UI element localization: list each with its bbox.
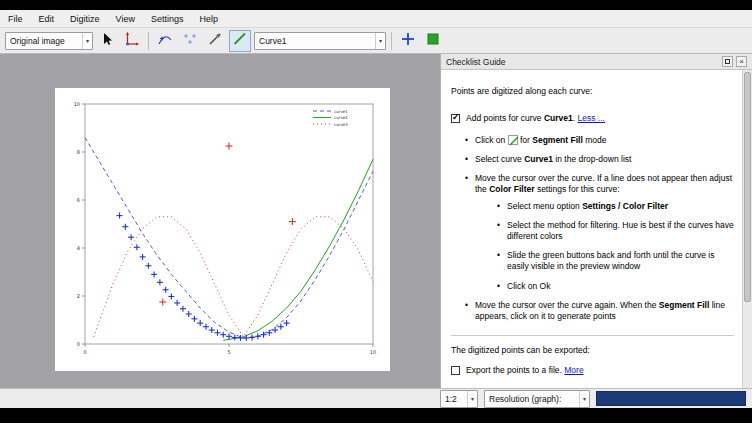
blue-cross-icon — [400, 31, 416, 50]
graph-image[interactable]: 05100246810curve1curve2curve3 — [55, 88, 390, 371]
less-link[interactable]: Less ... — [578, 113, 605, 123]
bullet-icon: • — [465, 135, 475, 146]
text-segment: mode — [583, 135, 607, 145]
float-icon — [725, 59, 730, 64]
green-square-icon — [425, 31, 441, 50]
image-selector-combo[interactable]: Original image ▾ — [5, 32, 93, 50]
checklist-item-add-points: ✓ Add points for curve Curve1. Less ... — [451, 113, 734, 124]
crosshair-tool-button[interactable] — [397, 30, 419, 52]
app-window: File Edit Digitize View Settings Help Or… — [0, 10, 752, 408]
bullet-text: Click on for Segment Fill mode — [475, 135, 734, 146]
main-area: 05100246810curve1curve2curve3 Checklist … — [0, 54, 752, 388]
chevron-down-icon: ▾ — [82, 33, 92, 49]
text-segment: Add points for curve — [466, 113, 544, 123]
bullet-generate-points: • Move the cursor over the curve again. … — [451, 300, 734, 322]
text-segment: for — [518, 135, 533, 145]
eyedropper-icon — [207, 31, 223, 50]
text-segment: Move the cursor over the curve again. Wh… — [475, 300, 659, 310]
document-canvas[interactable]: 05100246810curve1curve2curve3 — [0, 54, 440, 388]
check-icon: ✓ — [452, 112, 460, 124]
text-segment-bold: Curve1 — [524, 154, 553, 164]
segment-fill-mini-icon — [508, 135, 518, 145]
subbullet-slide-buttons: • Slide the green buttons back and forth… — [451, 250, 734, 272]
subbullet-settings-color-filter: • Select menu option Settings / Color Fi… — [451, 201, 734, 212]
select-tool-button[interactable] — [96, 30, 118, 52]
text-segment: Select menu option — [507, 201, 582, 211]
svg-text:8: 8 — [77, 149, 80, 155]
zoom-selector-combo[interactable]: 1:2 ▾ — [440, 390, 478, 408]
status-bar: 1:2 ▾ Resolution (graph): ▾ — [0, 388, 752, 408]
svg-text:curve3: curve3 — [334, 122, 348, 127]
section-divider — [451, 335, 734, 336]
float-panel-button[interactable] — [722, 56, 733, 67]
svg-text:0: 0 — [77, 341, 80, 347]
status-value-field[interactable] — [596, 391, 746, 406]
bullet-text: Select menu option Settings / Color Filt… — [507, 201, 734, 212]
export-text: Export the points to a file. More — [466, 365, 734, 376]
panel-body-wrap: Points are digitized along each curve: ✓… — [441, 70, 752, 388]
panel-title: Checklist Guide — [446, 57, 506, 67]
text-segment: Click on — [475, 135, 508, 145]
chevron-down-icon: ▾ — [467, 391, 477, 407]
toolbar-separator — [148, 32, 149, 50]
bullet-icon: • — [497, 201, 507, 212]
segment-fill-icon — [232, 31, 248, 50]
bullet-text: Move the cursor over the curve again. Wh… — [475, 300, 734, 322]
bullet-text: Select the method for filtering. Hue is … — [507, 220, 734, 242]
bullet-icon: • — [465, 154, 475, 165]
point-match-icon — [182, 31, 198, 50]
close-panel-button[interactable]: × — [736, 56, 747, 67]
curve-point-icon — [157, 31, 173, 50]
subbullet-click-ok: • Click on Ok — [451, 281, 734, 292]
bullet-icon: • — [465, 300, 475, 322]
point-match-tool-button[interactable] — [179, 30, 201, 52]
screen: File Edit Digitize View Settings Help Or… — [0, 0, 752, 423]
menu-help[interactable]: Help — [191, 10, 226, 27]
checklist-body: Points are digitized along each curve: ✓… — [441, 70, 742, 388]
resolution-selector-combo[interactable]: Resolution (graph): ▾ — [484, 390, 590, 408]
toolbar-separator — [391, 32, 392, 50]
svg-text:10: 10 — [370, 349, 376, 355]
scrollbar-thumb[interactable] — [744, 72, 751, 302]
export-checkbox[interactable] — [451, 366, 460, 375]
axis-point-tool-button[interactable] — [121, 30, 143, 52]
menu-edit[interactable]: Edit — [31, 10, 63, 27]
text-segment-bold: Segment Fill — [532, 135, 583, 145]
segment-fill-tool-button[interactable] — [229, 30, 251, 52]
text-segment-bold: Curve1 — [544, 113, 573, 123]
svg-text:2: 2 — [77, 293, 80, 299]
menu-settings[interactable]: Settings — [143, 10, 192, 27]
menu-digitize[interactable]: Digitize — [62, 10, 108, 27]
svg-text:curve2: curve2 — [334, 115, 348, 120]
zoom-value: 1:2 — [445, 394, 457, 404]
text-segment-bold: Segment Fill — [659, 300, 710, 310]
checklist-intro: Points are digitized along each curve: — [451, 86, 734, 97]
color-filter-display-button[interactable] — [422, 30, 444, 52]
menu-view[interactable]: View — [108, 10, 143, 27]
chevron-down-icon: ▾ — [375, 33, 385, 49]
bullet-text: Move the cursor over the curve. If a lin… — [475, 173, 734, 195]
image-selector-value: Original image — [10, 36, 65, 46]
curve-point-tool-button[interactable] — [154, 30, 176, 52]
subbullet-filter-method: • Select the method for filtering. Hue i… — [451, 220, 734, 242]
bullet-text: Select curve Curve1 in the drop-down lis… — [475, 154, 734, 165]
text-segment: Export the points to a file. — [466, 365, 564, 375]
color-picker-tool-button[interactable] — [204, 30, 226, 52]
graph-plot: 05100246810curve1curve2curve3 — [55, 88, 390, 371]
axes-icon — [124, 31, 140, 50]
bullet-move-cursor: • Move the cursor over the curve. If a l… — [451, 173, 734, 195]
text-segment-bold: Color Filter — [489, 184, 534, 194]
text-segment: settings for this curve: — [535, 184, 620, 194]
panel-title-bar[interactable]: Checklist Guide × — [441, 54, 752, 70]
menu-file[interactable]: File — [0, 10, 31, 27]
svg-text:10: 10 — [74, 101, 80, 107]
bullet-icon: • — [497, 220, 507, 242]
text-segment-bold: Settings / Color Filter — [582, 201, 668, 211]
panel-buttons: × — [722, 56, 747, 67]
more-link[interactable]: More — [564, 365, 583, 375]
svg-text:6: 6 — [77, 197, 80, 203]
chevron-down-icon: ▾ — [579, 391, 589, 407]
curve-selector-combo[interactable]: Curve1 ▾ — [254, 32, 386, 50]
checklist-scrollbar[interactable] — [742, 70, 752, 388]
add-points-checkbox[interactable]: ✓ — [451, 114, 460, 123]
